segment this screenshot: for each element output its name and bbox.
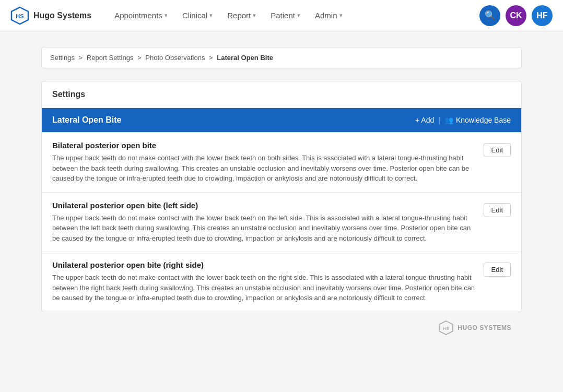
entry-content-1: Bilateral posterior open bite The upper … (52, 141, 475, 184)
breadcrumb: Settings > Report Settings > Photo Obser… (41, 47, 522, 68)
edit-button-1[interactable]: Edit (484, 143, 511, 157)
add-button[interactable]: + Add (413, 116, 434, 124)
edit-button-3[interactable]: Edit (484, 263, 511, 277)
svg-text:HS: HS (16, 13, 24, 19)
entry-desc-3: The upper back teeth do not make contact… (52, 272, 475, 303)
section-actions: + Add | 👥 Knowledge Base (413, 116, 511, 124)
settings-panel: Settings Lateral Open Bite + Add | 👥 Kno… (41, 81, 522, 312)
chevron-down-icon: ▾ (339, 12, 343, 19)
section-divider: | (438, 116, 440, 124)
nav-actions: 🔍 CK HF (479, 5, 553, 26)
knowledge-base-icon: 👥 (444, 116, 453, 124)
settings-panel-header: Settings (42, 81, 521, 108)
breadcrumb-sep-3: > (209, 54, 213, 62)
section-header-bar: Lateral Open Bite + Add | 👥 Knowledge Ba… (42, 108, 521, 132)
nav-patient-label: Patient (271, 11, 295, 20)
search-icon: 🔍 (485, 10, 496, 21)
edit-button-2[interactable]: Edit (484, 203, 511, 217)
chevron-down-icon: ▾ (297, 12, 300, 19)
brand-name: Hugo Systems (33, 11, 91, 20)
settings-title: Settings (52, 90, 85, 99)
entry-content-2: Unilateral posterior open bite (left sid… (52, 201, 475, 244)
entry-desc-2: The upper back teeth do not make contact… (52, 213, 475, 244)
entry-row-2: Unilateral posterior open bite (left sid… (42, 192, 521, 252)
nav-item-patient[interactable]: Patient ▾ (264, 7, 307, 24)
chevron-down-icon: ▾ (165, 12, 168, 19)
footer-logo-icon: HS (439, 320, 453, 335)
search-button[interactable]: 🔍 (479, 5, 500, 26)
chevron-down-icon: ▾ (209, 12, 213, 19)
knowledge-base-label: Knowledge Base (456, 116, 511, 124)
nav-item-clinical[interactable]: Clinical ▾ (176, 7, 219, 24)
brand-logo-icon: HS (10, 6, 29, 25)
breadcrumb-current: Lateral Open Bite (217, 54, 273, 62)
nav-items: Appointments ▾ Clinical ▾ Report ▾ Patie… (108, 7, 479, 24)
brand-logo-link[interactable]: HS Hugo Systems (10, 6, 91, 25)
entry-desc-1: The upper back teeth do not make contact… (52, 153, 475, 184)
footer-brand-name: HUGO SYSTEMS (458, 324, 511, 331)
svg-text:HS: HS (443, 326, 449, 331)
breadcrumb-report-settings[interactable]: Report Settings (87, 54, 134, 62)
breadcrumb-photo-observations[interactable]: Photo Observations (145, 54, 205, 62)
entry-title-2: Unilateral posterior open bite (left sid… (52, 201, 475, 210)
section-title: Lateral Open Bite (52, 115, 121, 125)
nav-item-admin[interactable]: Admin ▾ (309, 7, 349, 24)
nav-report-label: Report (227, 11, 251, 20)
nav-admin-label: Admin (315, 11, 337, 20)
navbar: HS Hugo Systems Appointments ▾ Clinical … (0, 0, 563, 31)
entry-row-1: Bilateral posterior open bite The upper … (42, 132, 521, 192)
add-label: + Add (415, 116, 434, 124)
page-footer: HS HUGO SYSTEMS (41, 312, 522, 343)
nav-item-appointments[interactable]: Appointments ▾ (108, 7, 174, 24)
breadcrumb-settings[interactable]: Settings (50, 54, 75, 62)
breadcrumb-sep-2: > (137, 54, 142, 62)
nav-appointments-label: Appointments (114, 11, 162, 20)
entry-title-3: Unilateral posterior open bite (right si… (52, 260, 475, 269)
entry-title-1: Bilateral posterior open bite (52, 141, 475, 150)
main-content: Settings > Report Settings > Photo Obser… (31, 47, 532, 343)
user-ck-button[interactable]: CK (506, 5, 526, 26)
breadcrumb-sep-1: > (79, 54, 83, 62)
entry-row-3: Unilateral posterior open bite (right si… (42, 252, 521, 312)
nav-clinical-label: Clinical (182, 11, 207, 20)
nav-item-report[interactable]: Report ▾ (221, 7, 262, 24)
entry-content-3: Unilateral posterior open bite (right si… (52, 260, 475, 303)
knowledge-base-button[interactable]: 👥 Knowledge Base (444, 116, 511, 124)
user-hf-button[interactable]: HF (532, 5, 553, 26)
user-ck-initials: CK (510, 11, 522, 20)
user-hf-initials: HF (536, 11, 547, 20)
chevron-down-icon: ▾ (253, 12, 256, 19)
